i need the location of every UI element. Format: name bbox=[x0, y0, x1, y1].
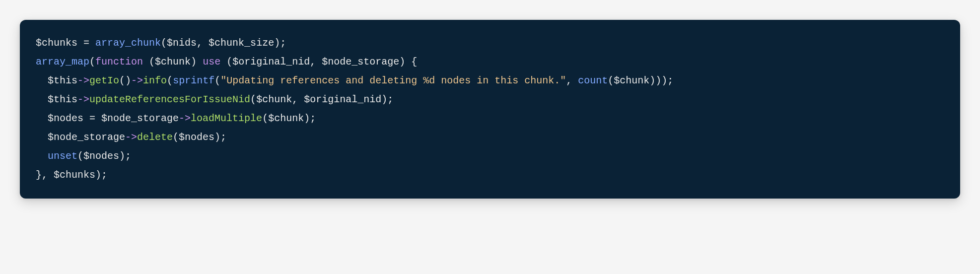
punctuation: } bbox=[36, 169, 42, 181]
space bbox=[220, 56, 226, 68]
punctuation: , bbox=[292, 94, 304, 105]
punctuation: ); bbox=[381, 94, 393, 105]
string-literal: "Updating references and deleting %d nod… bbox=[220, 75, 566, 86]
variable: $this bbox=[48, 94, 77, 105]
method-name: getIo bbox=[89, 75, 119, 86]
indent bbox=[36, 113, 48, 124]
punctuation: , bbox=[197, 37, 209, 49]
punctuation: ( bbox=[167, 75, 173, 86]
punctuation: ); bbox=[95, 169, 107, 181]
code-line: $chunks = array_chunk($nids, $chunk_size… bbox=[36, 34, 944, 53]
code-line: $this->getIo()->info(sprintf("Updating r… bbox=[36, 71, 944, 90]
variable: $original_nid bbox=[304, 94, 381, 105]
code-line: $this->updateReferencesForIssueNid($chun… bbox=[36, 90, 944, 109]
punctuation: () bbox=[119, 75, 131, 86]
punctuation: ); bbox=[214, 132, 226, 143]
operator: = bbox=[83, 113, 101, 124]
function-name: array_map bbox=[36, 56, 89, 68]
variable: $chunk bbox=[155, 56, 191, 68]
method-name: delete bbox=[137, 132, 173, 143]
variable: $node_storage bbox=[322, 56, 399, 68]
code-line: $node_storage->delete($nodes); bbox=[36, 128, 944, 147]
function-name: sprintf bbox=[173, 75, 214, 86]
operator: -> bbox=[131, 75, 143, 86]
variable: $nodes bbox=[83, 150, 119, 162]
punctuation: ( bbox=[149, 56, 155, 68]
code-line: array_map(function ($chunk) use ($origin… bbox=[36, 53, 944, 71]
operator: -> bbox=[77, 75, 89, 86]
method-name: info bbox=[143, 75, 167, 86]
indent bbox=[36, 150, 48, 162]
variable: $chunk bbox=[256, 94, 292, 105]
punctuation: ( bbox=[161, 37, 167, 49]
function-name: unset bbox=[48, 150, 77, 162]
operator: -> bbox=[179, 113, 191, 124]
indent bbox=[36, 94, 48, 105]
space bbox=[143, 56, 149, 68]
variable: $nids bbox=[167, 37, 197, 49]
punctuation: ( bbox=[77, 150, 83, 162]
space bbox=[197, 56, 203, 68]
method-name: updateReferencesForIssueNid bbox=[89, 94, 250, 105]
code-line: }, $chunks); bbox=[36, 166, 944, 185]
variable: $this bbox=[48, 75, 77, 86]
punctuation: , bbox=[310, 56, 322, 68]
variable: $chunk bbox=[268, 113, 304, 124]
function-name: array_chunk bbox=[95, 37, 161, 49]
method-name: loadMultiple bbox=[191, 113, 262, 124]
code-block: $chunks = array_chunk($nids, $chunk_size… bbox=[20, 20, 960, 199]
function-name: count bbox=[578, 75, 608, 86]
variable: $nodes bbox=[179, 132, 214, 143]
keyword: function bbox=[95, 56, 143, 68]
punctuation: ( bbox=[608, 75, 614, 86]
variable: $node_storage bbox=[48, 132, 125, 143]
punctuation: ( bbox=[89, 56, 95, 68]
code-line: unset($nodes); bbox=[36, 147, 944, 166]
variable: $nodes bbox=[48, 113, 83, 124]
punctuation: ) bbox=[191, 56, 197, 68]
punctuation: , bbox=[566, 75, 578, 86]
variable: $chunk_size bbox=[209, 37, 274, 49]
variable: $original_nid bbox=[232, 56, 310, 68]
punctuation: , bbox=[42, 169, 54, 181]
punctuation: ( bbox=[262, 113, 268, 124]
punctuation: ))); bbox=[649, 75, 673, 86]
punctuation: ) bbox=[399, 56, 405, 68]
indent bbox=[36, 75, 48, 86]
operator: -> bbox=[125, 132, 137, 143]
indent bbox=[36, 132, 48, 143]
operator: -> bbox=[77, 94, 89, 105]
punctuation: ); bbox=[304, 113, 316, 124]
punctuation: ( bbox=[250, 94, 256, 105]
variable: $node_storage bbox=[101, 113, 179, 124]
space bbox=[405, 56, 411, 68]
punctuation: ( bbox=[214, 75, 220, 86]
punctuation: ( bbox=[173, 132, 179, 143]
keyword: use bbox=[203, 56, 220, 68]
code-line: $nodes = $node_storage->loadMultiple($ch… bbox=[36, 109, 944, 128]
variable: $chunks bbox=[54, 169, 95, 181]
operator: = bbox=[77, 37, 95, 49]
variable: $chunks bbox=[36, 37, 77, 49]
punctuation: ); bbox=[119, 150, 131, 162]
punctuation: { bbox=[411, 56, 417, 68]
punctuation: ); bbox=[274, 37, 286, 49]
variable: $chunk bbox=[614, 75, 649, 86]
punctuation: ( bbox=[226, 56, 232, 68]
